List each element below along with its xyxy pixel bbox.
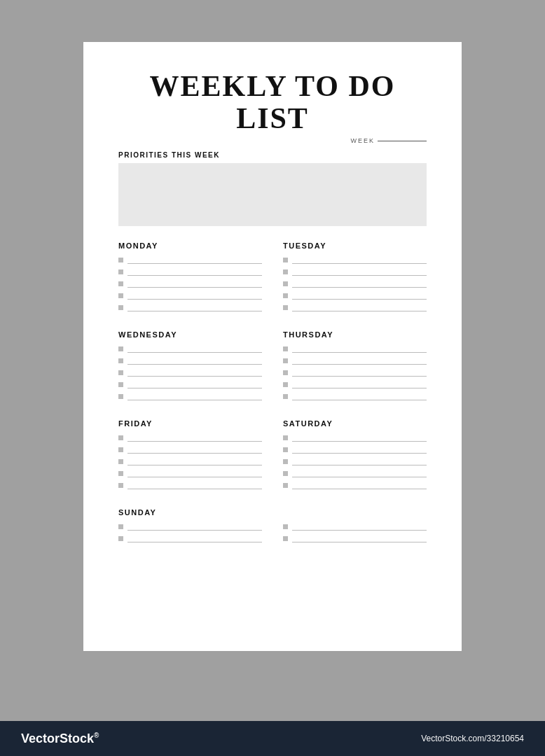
checkbox xyxy=(118,346,123,351)
task-line xyxy=(127,291,262,300)
sunday-col-left xyxy=(118,522,262,546)
task-item xyxy=(283,344,427,353)
task-item xyxy=(283,522,427,531)
checkbox xyxy=(118,536,123,541)
checkbox xyxy=(118,293,123,298)
task-line xyxy=(127,380,262,388)
task-item xyxy=(118,255,262,264)
checkbox xyxy=(118,459,123,464)
sunday-col-right xyxy=(283,522,427,546)
main-title: WEEKLY TO DO LIST xyxy=(118,70,427,134)
checkbox xyxy=(283,281,288,286)
day-section-saturday: SATURDAY xyxy=(283,419,427,493)
day-label-sunday: SUNDAY xyxy=(118,508,427,517)
task-item xyxy=(118,344,262,353)
task-line xyxy=(127,344,262,353)
task-item xyxy=(118,368,262,377)
task-line xyxy=(292,344,427,353)
week-label: WEEK xyxy=(350,137,375,144)
task-line xyxy=(127,303,262,312)
day-label-friday: FRIDAY xyxy=(118,419,262,428)
task-item xyxy=(118,457,262,465)
task-line xyxy=(292,267,427,276)
task-item xyxy=(283,392,427,400)
task-item xyxy=(283,445,427,454)
task-item xyxy=(283,356,427,365)
checkbox xyxy=(283,258,288,262)
task-item xyxy=(283,481,427,489)
priorities-label: PRIORITIES THIS WEEK xyxy=(118,151,427,159)
day-label-monday: MONDAY xyxy=(118,241,262,250)
page-wrapper: WEEKLY TO DO LIST WEEK PRIORITIES THIS W… xyxy=(0,0,545,756)
checkbox xyxy=(283,447,288,452)
checkbox xyxy=(118,435,123,440)
task-item xyxy=(283,303,427,312)
checkbox xyxy=(283,536,288,541)
task-line xyxy=(127,481,262,489)
registered-mark: ® xyxy=(94,732,99,739)
task-item xyxy=(283,255,427,264)
task-line xyxy=(127,445,262,454)
checkbox xyxy=(283,293,288,298)
checkbox xyxy=(118,382,123,387)
task-item xyxy=(118,279,262,288)
task-line xyxy=(292,368,427,377)
sunday-grid xyxy=(118,522,427,546)
task-line xyxy=(127,534,262,542)
paper: WEEKLY TO DO LIST WEEK PRIORITIES THIS W… xyxy=(83,42,462,651)
day-label-tuesday: TUESDAY xyxy=(283,241,427,250)
task-line xyxy=(127,368,262,377)
task-line xyxy=(127,433,262,442)
priorities-box xyxy=(118,163,427,226)
task-item xyxy=(283,433,427,442)
task-item xyxy=(118,303,262,312)
task-line xyxy=(292,522,427,531)
days-grid: MONDAY TUESDAY WEDNESDAY xyxy=(118,241,427,508)
checkbox xyxy=(118,524,123,529)
task-line xyxy=(292,457,427,465)
brand-name: VectorStock xyxy=(21,732,94,746)
task-item xyxy=(283,368,427,377)
day-section-tuesday: TUESDAY xyxy=(283,241,427,315)
task-line xyxy=(292,433,427,442)
task-item xyxy=(283,469,427,477)
task-item xyxy=(118,291,262,300)
task-item xyxy=(283,534,427,542)
checkbox xyxy=(118,281,123,286)
footer-url: VectorStock.com/33210654 xyxy=(421,734,524,743)
task-item xyxy=(118,433,262,442)
checkbox xyxy=(283,270,288,274)
checkbox xyxy=(283,346,288,351)
task-line xyxy=(127,267,262,276)
checkbox xyxy=(118,394,123,399)
task-line xyxy=(127,255,262,264)
task-line xyxy=(127,392,262,400)
checkbox xyxy=(283,471,288,476)
week-line: WEEK xyxy=(118,137,427,144)
checkbox xyxy=(283,305,288,310)
task-item xyxy=(118,481,262,489)
checkbox xyxy=(283,435,288,440)
task-line xyxy=(292,481,427,489)
checkbox xyxy=(118,370,123,375)
checkbox xyxy=(118,270,123,274)
task-item xyxy=(283,380,427,388)
footer-bar: VectorStock® VectorStock.com/33210654 xyxy=(0,721,545,756)
task-item xyxy=(118,522,262,531)
task-item xyxy=(283,457,427,465)
task-line xyxy=(127,356,262,365)
task-line xyxy=(292,279,427,288)
task-line xyxy=(292,534,427,542)
task-line xyxy=(292,445,427,454)
task-item xyxy=(283,279,427,288)
task-item xyxy=(118,267,262,276)
task-item xyxy=(118,534,262,542)
task-line xyxy=(292,380,427,388)
task-item xyxy=(283,267,427,276)
task-line xyxy=(292,255,427,264)
day-section-monday: MONDAY xyxy=(118,241,262,315)
checkbox xyxy=(118,258,123,262)
title-area: WEEKLY TO DO LIST xyxy=(118,70,427,134)
checkbox xyxy=(118,358,123,363)
task-line xyxy=(292,356,427,365)
